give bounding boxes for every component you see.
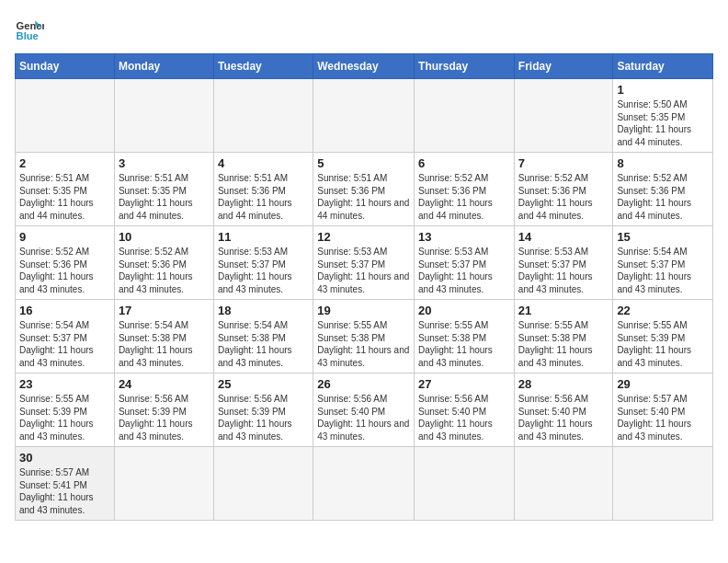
day-number: 9 — [19, 230, 110, 244]
day-number: 7 — [518, 156, 609, 170]
calendar-cell — [313, 79, 415, 153]
day-info: Sunrise: 5:52 AMSunset: 5:36 PMDaylight:… — [518, 172, 609, 222]
logo: General Blue — [15, 15, 44, 44]
calendar-cell: 24Sunrise: 5:56 AMSunset: 5:39 PMDayligh… — [114, 373, 213, 447]
calendar-cell: 17Sunrise: 5:54 AMSunset: 5:38 PMDayligh… — [114, 300, 213, 373]
weekday-header: Friday — [514, 54, 613, 79]
day-info: Sunrise: 5:53 AMSunset: 5:37 PMDaylight:… — [317, 246, 410, 295]
calendar-cell: 28Sunrise: 5:56 AMSunset: 5:40 PMDayligh… — [514, 373, 613, 447]
calendar-cell: 18Sunrise: 5:54 AMSunset: 5:38 PMDayligh… — [213, 300, 313, 373]
day-info: Sunrise: 5:56 AMSunset: 5:39 PMDaylight:… — [119, 393, 210, 442]
calendar-cell: 6Sunrise: 5:52 AMSunset: 5:36 PMDaylight… — [415, 153, 515, 226]
day-info: Sunrise: 5:53 AMSunset: 5:37 PMDaylight:… — [518, 246, 609, 295]
svg-text:Blue: Blue — [17, 30, 39, 41]
day-number: 25 — [218, 377, 309, 391]
day-info: Sunrise: 5:51 AMSunset: 5:35 PMDaylight:… — [19, 172, 110, 222]
day-number: 1 — [617, 83, 709, 97]
day-info: Sunrise: 5:55 AMSunset: 5:38 PMDaylight:… — [317, 319, 410, 369]
day-info: Sunrise: 5:54 AMSunset: 5:38 PMDaylight:… — [218, 319, 309, 369]
day-info: Sunrise: 5:57 AMSunset: 5:40 PMDaylight:… — [617, 393, 709, 442]
calendar-cell: 16Sunrise: 5:54 AMSunset: 5:37 PMDayligh… — [16, 300, 115, 373]
calendar-cell: 2Sunrise: 5:51 AMSunset: 5:35 PMDaylight… — [16, 153, 115, 226]
day-number: 11 — [218, 230, 309, 244]
day-number: 18 — [218, 304, 309, 317]
calendar-table: SundayMondayTuesdayWednesdayThursdayFrid… — [15, 53, 713, 521]
day-number: 24 — [119, 377, 210, 391]
calendar-cell: 25Sunrise: 5:56 AMSunset: 5:39 PMDayligh… — [213, 373, 313, 447]
day-info: Sunrise: 5:53 AMSunset: 5:37 PMDaylight:… — [418, 246, 510, 295]
day-info: Sunrise: 5:56 AMSunset: 5:40 PMDaylight:… — [317, 393, 410, 442]
day-number: 26 — [317, 377, 410, 391]
day-number: 23 — [19, 377, 110, 391]
calendar-cell: 30Sunrise: 5:57 AMSunset: 5:41 PMDayligh… — [16, 447, 115, 521]
calendar-cell — [514, 447, 613, 521]
weekday-header: Wednesday — [313, 54, 415, 79]
day-number: 21 — [518, 304, 609, 317]
calendar-cell: 27Sunrise: 5:56 AMSunset: 5:40 PMDayligh… — [415, 373, 515, 447]
day-number: 8 — [617, 156, 709, 170]
day-number: 13 — [418, 230, 510, 244]
calendar-cell: 4Sunrise: 5:51 AMSunset: 5:36 PMDaylight… — [213, 153, 313, 226]
day-number: 20 — [418, 304, 510, 317]
day-info: Sunrise: 5:55 AMSunset: 5:38 PMDaylight:… — [518, 319, 609, 369]
calendar-cell — [114, 79, 213, 153]
day-info: Sunrise: 5:54 AMSunset: 5:37 PMDaylight:… — [617, 246, 709, 295]
day-info: Sunrise: 5:52 AMSunset: 5:36 PMDaylight:… — [418, 172, 510, 222]
day-info: Sunrise: 5:55 AMSunset: 5:38 PMDaylight:… — [418, 319, 510, 369]
day-number: 6 — [418, 156, 510, 170]
calendar-cell: 19Sunrise: 5:55 AMSunset: 5:38 PMDayligh… — [313, 300, 415, 373]
calendar-cell — [613, 447, 713, 521]
day-number: 3 — [119, 156, 210, 170]
calendar-cell — [16, 79, 115, 153]
day-number: 16 — [19, 304, 110, 317]
calendar-cell: 29Sunrise: 5:57 AMSunset: 5:40 PMDayligh… — [613, 373, 713, 447]
day-info: Sunrise: 5:57 AMSunset: 5:41 PMDaylight:… — [19, 466, 110, 516]
weekday-header: Monday — [114, 54, 213, 79]
day-number: 10 — [119, 230, 210, 244]
day-info: Sunrise: 5:53 AMSunset: 5:37 PMDaylight:… — [218, 246, 309, 295]
day-number: 30 — [19, 451, 110, 465]
calendar-cell: 1Sunrise: 5:50 AMSunset: 5:35 PMDaylight… — [613, 79, 713, 153]
day-info: Sunrise: 5:56 AMSunset: 5:39 PMDaylight:… — [218, 393, 309, 442]
day-number: 2 — [19, 156, 110, 170]
logo-icon: General Blue — [15, 15, 44, 44]
calendar-cell: 15Sunrise: 5:54 AMSunset: 5:37 PMDayligh… — [613, 226, 713, 300]
day-number: 4 — [218, 156, 309, 170]
day-info: Sunrise: 5:51 AMSunset: 5:36 PMDaylight:… — [317, 172, 410, 222]
calendar-cell: 8Sunrise: 5:52 AMSunset: 5:36 PMDaylight… — [613, 153, 713, 226]
weekday-header: Tuesday — [213, 54, 313, 79]
day-info: Sunrise: 5:55 AMSunset: 5:39 PMDaylight:… — [19, 393, 110, 442]
day-number: 5 — [317, 156, 410, 170]
calendar-cell — [213, 447, 313, 521]
page-header: General Blue — [15, 15, 713, 44]
calendar-cell: 9Sunrise: 5:52 AMSunset: 5:36 PMDaylight… — [16, 226, 115, 300]
calendar-cell: 22Sunrise: 5:55 AMSunset: 5:39 PMDayligh… — [613, 300, 713, 373]
day-info: Sunrise: 5:54 AMSunset: 5:38 PMDaylight:… — [119, 319, 210, 369]
calendar-cell — [514, 79, 613, 153]
day-info: Sunrise: 5:51 AMSunset: 5:36 PMDaylight:… — [218, 172, 309, 222]
calendar-cell: 14Sunrise: 5:53 AMSunset: 5:37 PMDayligh… — [514, 226, 613, 300]
calendar-cell — [415, 447, 515, 521]
calendar-cell — [213, 79, 313, 153]
calendar-cell: 20Sunrise: 5:55 AMSunset: 5:38 PMDayligh… — [415, 300, 515, 373]
day-number: 29 — [617, 377, 709, 391]
calendar-cell: 5Sunrise: 5:51 AMSunset: 5:36 PMDaylight… — [313, 153, 415, 226]
calendar-cell: 26Sunrise: 5:56 AMSunset: 5:40 PMDayligh… — [313, 373, 415, 447]
day-info: Sunrise: 5:51 AMSunset: 5:35 PMDaylight:… — [119, 172, 210, 222]
calendar-cell: 21Sunrise: 5:55 AMSunset: 5:38 PMDayligh… — [514, 300, 613, 373]
day-info: Sunrise: 5:50 AMSunset: 5:35 PMDaylight:… — [617, 98, 709, 148]
calendar-cell: 13Sunrise: 5:53 AMSunset: 5:37 PMDayligh… — [415, 226, 515, 300]
day-info: Sunrise: 5:54 AMSunset: 5:37 PMDaylight:… — [19, 319, 110, 369]
day-number: 28 — [518, 377, 609, 391]
day-number: 14 — [518, 230, 609, 244]
weekday-header: Thursday — [415, 54, 515, 79]
calendar-cell: 12Sunrise: 5:53 AMSunset: 5:37 PMDayligh… — [313, 226, 415, 300]
day-info: Sunrise: 5:52 AMSunset: 5:36 PMDaylight:… — [19, 246, 110, 295]
calendar-cell — [114, 447, 213, 521]
day-info: Sunrise: 5:52 AMSunset: 5:36 PMDaylight:… — [119, 246, 210, 295]
calendar-cell — [313, 447, 415, 521]
day-number: 15 — [617, 230, 709, 244]
calendar-cell: 7Sunrise: 5:52 AMSunset: 5:36 PMDaylight… — [514, 153, 613, 226]
day-number: 12 — [317, 230, 410, 244]
day-info: Sunrise: 5:56 AMSunset: 5:40 PMDaylight:… — [418, 393, 510, 442]
